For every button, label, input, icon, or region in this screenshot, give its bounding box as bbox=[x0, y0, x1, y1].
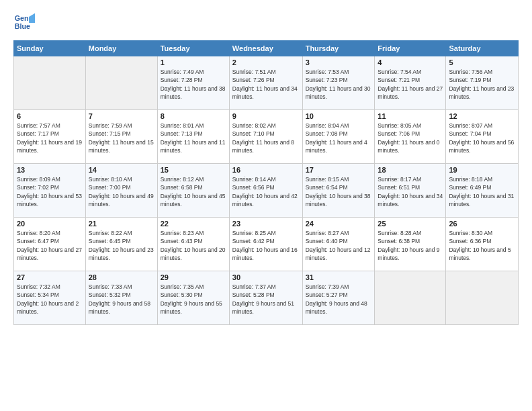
calendar-cell: 5Sunrise: 7:56 AM Sunset: 7:19 PM Daylig… bbox=[446, 56, 519, 110]
day-info: Sunrise: 8:18 AM Sunset: 6:49 PM Dayligh… bbox=[449, 175, 515, 208]
calendar-cell: 2Sunrise: 7:51 AM Sunset: 7:26 PM Daylig… bbox=[229, 56, 302, 110]
calendar-cell bbox=[85, 56, 157, 110]
day-info: Sunrise: 7:53 AM Sunset: 7:23 PM Dayligh… bbox=[306, 68, 372, 101]
day-info: Sunrise: 8:20 AM Sunset: 6:47 PM Dayligh… bbox=[17, 229, 83, 262]
day-number: 28 bbox=[89, 273, 154, 281]
calendar-cell: 19Sunrise: 8:18 AM Sunset: 6:49 PM Dayli… bbox=[446, 164, 519, 218]
calendar-cell bbox=[14, 56, 86, 110]
calendar-cell: 25Sunrise: 8:28 AM Sunset: 6:38 PM Dayli… bbox=[375, 218, 446, 271]
day-info: Sunrise: 8:27 AM Sunset: 6:40 PM Dayligh… bbox=[306, 229, 372, 262]
day-info: Sunrise: 8:15 AM Sunset: 6:54 PM Dayligh… bbox=[306, 175, 372, 208]
weekday-header-row: SundayMondayTuesdayWednesdayThursdayFrid… bbox=[14, 41, 519, 56]
weekday-header: Monday bbox=[85, 41, 157, 56]
calendar-week-row: 20Sunrise: 8:20 AM Sunset: 6:47 PM Dayli… bbox=[14, 218, 519, 271]
calendar-cell: 13Sunrise: 8:09 AM Sunset: 7:02 PM Dayli… bbox=[14, 164, 86, 218]
calendar-cell: 6Sunrise: 7:57 AM Sunset: 7:17 PM Daylig… bbox=[14, 110, 86, 164]
calendar-cell bbox=[375, 271, 446, 325]
weekday-header: Thursday bbox=[302, 41, 375, 56]
day-info: Sunrise: 7:39 AM Sunset: 5:27 PM Dayligh… bbox=[306, 283, 372, 316]
calendar-cell: 28Sunrise: 7:33 AM Sunset: 5:32 PM Dayli… bbox=[85, 271, 157, 325]
day-info: Sunrise: 8:17 AM Sunset: 6:51 PM Dayligh… bbox=[378, 175, 443, 208]
day-number: 24 bbox=[306, 220, 372, 228]
calendar-cell: 4Sunrise: 7:54 AM Sunset: 7:21 PM Daylig… bbox=[375, 56, 446, 110]
day-number: 23 bbox=[232, 220, 300, 228]
calendar-cell bbox=[446, 271, 519, 325]
calendar-table: SundayMondayTuesdayWednesdayThursdayFrid… bbox=[13, 40, 519, 325]
day-number: 13 bbox=[17, 166, 83, 174]
calendar-week-row: 1Sunrise: 7:49 AM Sunset: 7:28 PM Daylig… bbox=[14, 56, 519, 110]
calendar-cell: 17Sunrise: 8:15 AM Sunset: 6:54 PM Dayli… bbox=[302, 164, 375, 218]
day-info: Sunrise: 8:01 AM Sunset: 7:13 PM Dayligh… bbox=[161, 122, 226, 154]
day-number: 11 bbox=[378, 112, 443, 120]
calendar-cell: 14Sunrise: 8:10 AM Sunset: 7:00 PM Dayli… bbox=[85, 164, 157, 218]
svg-text:Blue: Blue bbox=[15, 22, 30, 30]
weekday-header: Wednesday bbox=[229, 41, 302, 56]
day-info: Sunrise: 7:32 AM Sunset: 5:34 PM Dayligh… bbox=[17, 283, 83, 316]
day-number: 18 bbox=[378, 166, 443, 174]
day-number: 15 bbox=[161, 166, 226, 174]
calendar-week-row: 6Sunrise: 7:57 AM Sunset: 7:17 PM Daylig… bbox=[14, 110, 519, 164]
day-number: 1 bbox=[161, 58, 226, 66]
day-number: 2 bbox=[232, 58, 300, 66]
day-info: Sunrise: 8:23 AM Sunset: 6:43 PM Dayligh… bbox=[161, 229, 226, 262]
day-info: Sunrise: 8:22 AM Sunset: 6:45 PM Dayligh… bbox=[89, 229, 154, 262]
calendar-cell: 1Sunrise: 7:49 AM Sunset: 7:28 PM Daylig… bbox=[157, 56, 229, 110]
weekday-header: Tuesday bbox=[157, 41, 229, 56]
day-number: 27 bbox=[17, 273, 83, 281]
day-number: 4 bbox=[378, 58, 443, 66]
day-number: 30 bbox=[232, 273, 300, 281]
day-info: Sunrise: 8:05 AM Sunset: 7:06 PM Dayligh… bbox=[378, 122, 443, 154]
day-info: Sunrise: 7:59 AM Sunset: 7:15 PM Dayligh… bbox=[89, 122, 154, 154]
day-info: Sunrise: 7:54 AM Sunset: 7:21 PM Dayligh… bbox=[378, 68, 443, 101]
day-info: Sunrise: 8:30 AM Sunset: 6:36 PM Dayligh… bbox=[449, 229, 515, 262]
calendar-cell: 26Sunrise: 8:30 AM Sunset: 6:36 PM Dayli… bbox=[446, 218, 519, 271]
day-info: Sunrise: 8:14 AM Sunset: 6:56 PM Dayligh… bbox=[232, 175, 300, 208]
day-number: 21 bbox=[89, 220, 154, 228]
day-number: 5 bbox=[449, 58, 515, 66]
day-number: 16 bbox=[232, 166, 300, 174]
day-number: 31 bbox=[306, 273, 372, 281]
day-info: Sunrise: 7:57 AM Sunset: 7:17 PM Dayligh… bbox=[17, 122, 83, 154]
day-number: 6 bbox=[17, 112, 83, 120]
calendar-cell: 29Sunrise: 7:35 AM Sunset: 5:30 PM Dayli… bbox=[157, 271, 229, 325]
calendar-cell: 15Sunrise: 8:12 AM Sunset: 6:58 PM Dayli… bbox=[157, 164, 229, 218]
calendar-cell: 7Sunrise: 7:59 AM Sunset: 7:15 PM Daylig… bbox=[85, 110, 157, 164]
day-info: Sunrise: 7:37 AM Sunset: 5:28 PM Dayligh… bbox=[232, 283, 300, 316]
day-number: 19 bbox=[449, 166, 515, 174]
weekday-header: Friday bbox=[375, 41, 446, 56]
day-info: Sunrise: 7:56 AM Sunset: 7:19 PM Dayligh… bbox=[449, 68, 515, 101]
day-number: 17 bbox=[306, 166, 372, 174]
day-info: Sunrise: 7:49 AM Sunset: 7:28 PM Dayligh… bbox=[161, 68, 226, 101]
day-info: Sunrise: 8:25 AM Sunset: 6:42 PM Dayligh… bbox=[232, 229, 300, 262]
calendar-cell: 16Sunrise: 8:14 AM Sunset: 6:56 PM Dayli… bbox=[229, 164, 302, 218]
day-info: Sunrise: 8:04 AM Sunset: 7:08 PM Dayligh… bbox=[306, 122, 372, 154]
calendar-cell: 31Sunrise: 7:39 AM Sunset: 5:27 PM Dayli… bbox=[302, 271, 375, 325]
calendar-cell: 9Sunrise: 8:02 AM Sunset: 7:10 PM Daylig… bbox=[229, 110, 302, 164]
day-number: 7 bbox=[89, 112, 154, 120]
calendar-cell: 18Sunrise: 8:17 AM Sunset: 6:51 PM Dayli… bbox=[375, 164, 446, 218]
day-info: Sunrise: 8:09 AM Sunset: 7:02 PM Dayligh… bbox=[17, 175, 83, 208]
calendar-week-row: 13Sunrise: 8:09 AM Sunset: 7:02 PM Dayli… bbox=[14, 164, 519, 218]
calendar-cell: 21Sunrise: 8:22 AM Sunset: 6:45 PM Dayli… bbox=[85, 218, 157, 271]
calendar-cell: 22Sunrise: 8:23 AM Sunset: 6:43 PM Dayli… bbox=[157, 218, 229, 271]
day-number: 14 bbox=[89, 166, 154, 174]
day-number: 25 bbox=[378, 220, 443, 228]
calendar-cell: 20Sunrise: 8:20 AM Sunset: 6:47 PM Dayli… bbox=[14, 218, 86, 271]
day-info: Sunrise: 7:51 AM Sunset: 7:26 PM Dayligh… bbox=[232, 68, 300, 101]
calendar-cell: 8Sunrise: 8:01 AM Sunset: 7:13 PM Daylig… bbox=[157, 110, 229, 164]
day-number: 22 bbox=[161, 220, 226, 228]
day-info: Sunrise: 7:33 AM Sunset: 5:32 PM Dayligh… bbox=[89, 283, 154, 316]
day-number: 10 bbox=[306, 112, 372, 120]
page-header: General Blue bbox=[13, 12, 519, 34]
day-number: 26 bbox=[449, 220, 515, 228]
calendar-cell: 24Sunrise: 8:27 AM Sunset: 6:40 PM Dayli… bbox=[302, 218, 375, 271]
day-number: 29 bbox=[161, 273, 226, 281]
calendar-cell: 23Sunrise: 8:25 AM Sunset: 6:42 PM Dayli… bbox=[229, 218, 302, 271]
day-info: Sunrise: 8:07 AM Sunset: 7:04 PM Dayligh… bbox=[449, 122, 515, 154]
weekday-header: Saturday bbox=[446, 41, 519, 56]
day-number: 9 bbox=[232, 112, 300, 120]
day-info: Sunrise: 8:28 AM Sunset: 6:38 PM Dayligh… bbox=[378, 229, 443, 262]
day-number: 3 bbox=[306, 58, 372, 66]
calendar-cell: 30Sunrise: 7:37 AM Sunset: 5:28 PM Dayli… bbox=[229, 271, 302, 325]
calendar-cell: 3Sunrise: 7:53 AM Sunset: 7:23 PM Daylig… bbox=[302, 56, 375, 110]
